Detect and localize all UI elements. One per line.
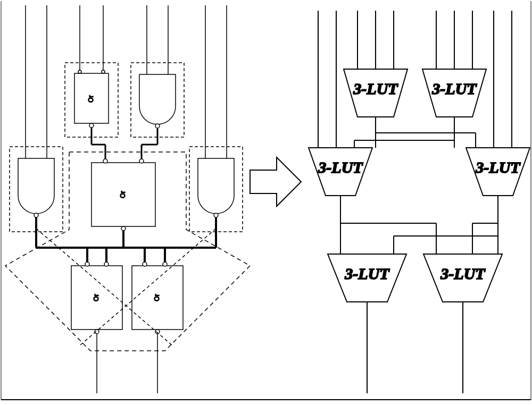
gate-g7 <box>132 262 183 393</box>
gate-g7-label: Or <box>153 294 161 301</box>
lut-1-label: 3-LUT <box>353 80 398 97</box>
gate-g5 <box>189 5 243 232</box>
svg-point-10 <box>155 124 160 128</box>
svg-point-46 <box>163 262 167 266</box>
svg-point-41 <box>104 262 109 266</box>
gate-g6 <box>71 262 122 393</box>
right-lut-net: 3-LUT 3-LUT 3-LUT 3-LUT <box>309 11 530 393</box>
left-netlist: Or <box>5 5 250 393</box>
svg-point-14 <box>34 213 38 217</box>
diagram-canvas: Or <box>0 0 532 405</box>
svg-point-24 <box>121 226 126 231</box>
svg-point-45 <box>143 262 147 266</box>
gate-g4-label: Or <box>119 191 127 198</box>
lut-4-label: 3-LUT <box>475 158 521 176</box>
diagram-svg: Or <box>0 0 532 405</box>
gate-g4 <box>92 128 157 231</box>
lut-6 <box>423 223 502 393</box>
gate-g2 <box>131 5 184 137</box>
lut-2-label: 3-LUT <box>431 80 477 97</box>
transform-arrow-icon <box>250 157 301 206</box>
lut-3-label: 3-LUT <box>318 158 363 176</box>
gate-g6-label: Or <box>93 294 100 301</box>
gate-g3 <box>10 5 63 232</box>
svg-point-28 <box>214 213 218 217</box>
svg-point-5 <box>102 70 105 73</box>
svg-point-23 <box>139 159 144 163</box>
lut-5-label: 3-LUT <box>344 265 390 282</box>
gate-g1-label: Or <box>87 95 95 102</box>
svg-point-40 <box>85 262 89 266</box>
gate-g1 <box>65 5 118 137</box>
svg-point-22 <box>103 159 107 163</box>
lut-6-label: 3-LUT <box>440 265 486 282</box>
svg-point-4 <box>78 70 81 73</box>
svg-point-6 <box>89 123 94 128</box>
